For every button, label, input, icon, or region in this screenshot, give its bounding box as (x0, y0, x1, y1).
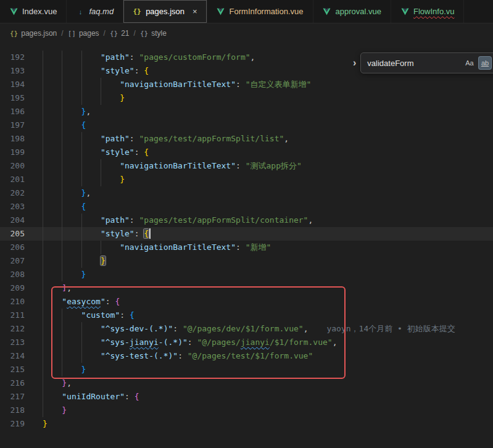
code-token: "style" (101, 66, 135, 75)
code-line[interactable]: 205"style": { (0, 227, 493, 241)
line-number: 202 (0, 186, 25, 200)
code-line[interactable]: 198"path": "pages/test/appFormSplit/list… (0, 132, 493, 146)
code-line[interactable]: 204"path": "pages/test/appFormSplit/cont… (0, 214, 493, 227)
code-line-content: "uniIdRouter": { (25, 390, 139, 404)
code-token: : (120, 310, 130, 320)
indent-guide (43, 281, 62, 295)
code-line[interactable]: 203{ (0, 200, 493, 214)
code-token: , (333, 338, 338, 347)
code-line[interactable]: 215} (0, 363, 493, 376)
line-number: 204 (0, 214, 25, 227)
indent-guide (43, 51, 62, 64)
indent-guide (62, 78, 81, 91)
code-line[interactable]: 212"^sys-dev-(.*)": "@/pages/dev/$1/form… (0, 322, 493, 336)
code-token: { (144, 229, 149, 238)
code-token: } (62, 378, 67, 388)
code-token: , (86, 188, 91, 197)
line-number: 193 (0, 64, 25, 78)
code-token: -(.*)" (159, 338, 188, 347)
code-line[interactable]: 210"easycom": { (0, 295, 493, 309)
indent-guide (43, 309, 62, 322)
indent-guide (62, 214, 81, 227)
code-token: { (81, 120, 86, 130)
indent-guide (62, 118, 81, 132)
indent-guide (81, 214, 101, 227)
code-token: : (125, 392, 135, 401)
indent-guide (43, 336, 62, 349)
editor-tab[interactable]: approval.vue (313, 0, 391, 23)
code-token: "navigationBarTitleText" (120, 80, 236, 89)
code-line[interactable]: 209], (0, 281, 493, 295)
code-token: "@/pages/test/$1/form.vue" (188, 351, 313, 360)
code-token: , (251, 52, 255, 62)
tab-label: pages.json (146, 7, 184, 16)
line-number: 200 (0, 159, 25, 173)
code-token: } (81, 365, 86, 374)
code-line[interactable]: 194"navigationBarTitleText": "自定义表单新增" (0, 78, 493, 91)
text-cursor (149, 228, 151, 239)
code-token: } (62, 405, 67, 415)
code-line[interactable]: 197{ (0, 118, 493, 132)
breadcrumb-item[interactable]: {}style (140, 29, 167, 38)
vue-icon (323, 8, 331, 15)
code-token: : (135, 66, 144, 75)
code-line[interactable]: 218} (0, 404, 493, 417)
code-line[interactable]: 211"custom": { (0, 309, 493, 322)
code-line[interactable]: 216}, (0, 376, 493, 390)
line-number: 197 (0, 118, 25, 132)
breadcrumb-item[interactable]: {}pages.json (10, 29, 57, 38)
code-token: "path" (101, 215, 130, 225)
indent-guide (81, 241, 101, 254)
editor-tab[interactable]: {}pages.json× (123, 0, 207, 23)
line-number: 205 (0, 227, 25, 241)
code-line[interactable]: 213"^sys-jianyi-(.*)": "@/pages/jianyi/$… (0, 336, 493, 349)
brackets-icon: [] (68, 29, 76, 38)
editor-tab[interactable]: FormInformation.vue (207, 0, 313, 23)
code-token: { (130, 310, 135, 320)
code-area: 192"path": "pages/customForm/form",193"s… (0, 51, 493, 431)
find-input[interactable]: validateForm Aaab.* (360, 52, 493, 73)
code-line[interactable]: 207} (0, 254, 493, 268)
editor-tab[interactable]: ↓faq.md (67, 0, 123, 23)
braces-icon: {} (10, 29, 18, 38)
match-case-toggle[interactable]: Aa (463, 57, 476, 69)
indent-guide (62, 64, 81, 78)
code-token: "path" (101, 52, 130, 62)
breadcrumb-item[interactable]: {}21 (110, 29, 130, 38)
code-line[interactable]: 208} (0, 268, 493, 281)
code-line-content: { (25, 118, 86, 132)
indent-guide (62, 363, 81, 376)
indent-guide (43, 254, 62, 268)
close-icon[interactable]: × (193, 7, 197, 15)
code-line[interactable]: 219} (0, 417, 493, 431)
breadcrumb-separator: / (61, 29, 63, 38)
code-line[interactable]: 200"navigationBarTitleText": "测试app拆分" (0, 159, 493, 173)
code-token: } (81, 270, 86, 279)
code-line[interactable]: 199"style": { (0, 146, 493, 159)
code-token: "style" (101, 147, 135, 157)
code-token: jianyi (130, 338, 159, 347)
code-line-content: } (25, 254, 106, 268)
indent-guide (81, 51, 101, 64)
code-line[interactable]: 202}, (0, 186, 493, 200)
code-line[interactable]: 201} (0, 173, 493, 186)
git-blame-annotation: yaoyn，14个月前 • 初始版本提交 (308, 324, 455, 333)
breadcrumb-item[interactable]: []pages (68, 29, 99, 38)
code-token: "^sys- (101, 338, 130, 347)
code-token: "pages/test/appFormSplit/container" (139, 215, 309, 225)
editor-tab[interactable]: FlowInfo.vu (391, 0, 464, 23)
line-number: 217 (0, 390, 25, 404)
indent-guide (62, 146, 81, 159)
code-line[interactable]: 214"^sys-test-(.*)": "@/pages/test/$1/fo… (0, 349, 493, 363)
editor-tab[interactable]: Index.vue (0, 0, 67, 23)
line-number: 192 (0, 51, 25, 64)
code-line[interactable]: 195} (0, 91, 493, 105)
code-line[interactable]: 206"navigationBarTitleText": "新增" (0, 241, 493, 254)
code-line[interactable]: 217"uniIdRouter": { (0, 390, 493, 404)
indent-guide (43, 322, 62, 336)
indent-guide (43, 64, 62, 78)
code-token: : (173, 324, 183, 333)
code-line[interactable]: 196}, (0, 105, 493, 118)
whole-word-toggle[interactable]: ab (479, 57, 491, 69)
chevron-right-icon[interactable]: › (353, 57, 356, 68)
